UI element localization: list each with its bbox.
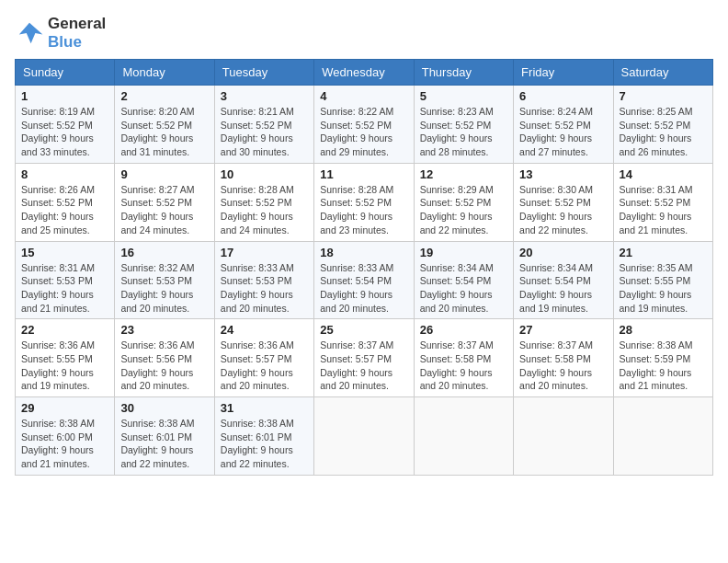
day-number: 20 — [519, 246, 607, 259]
week-row-5: 29 Sunrise: 8:38 AMSunset: 6:00 PMDaylig… — [16, 397, 713, 476]
calendar-cell: 11 Sunrise: 8:28 AMSunset: 5:52 PMDaylig… — [314, 163, 414, 241]
logo: General Blue — [15, 15, 106, 52]
day-detail: Sunrise: 8:27 AMSunset: 5:52 PMDaylight:… — [120, 184, 194, 236]
day-number: 16 — [120, 246, 208, 259]
day-detail: Sunrise: 8:38 AMSunset: 6:01 PMDaylight:… — [221, 418, 294, 469]
calendar-cell: 3 Sunrise: 8:21 AMSunset: 5:52 PMDayligh… — [214, 86, 313, 164]
calendar-cell: 19 Sunrise: 8:34 AMSunset: 5:54 PMDaylig… — [414, 241, 513, 319]
day-detail: Sunrise: 8:38 AMSunset: 6:00 PMDaylight:… — [21, 418, 95, 469]
weekday-header-wednesday: Wednesday — [314, 60, 414, 86]
day-number: 17 — [221, 246, 308, 259]
calendar-cell: 2 Sunrise: 8:20 AMSunset: 5:52 PMDayligh… — [115, 86, 214, 164]
day-detail: Sunrise: 8:37 AMSunset: 5:58 PMDaylight:… — [519, 339, 593, 391]
day-detail: Sunrise: 8:34 AMSunset: 5:54 PMDaylight:… — [519, 262, 593, 314]
calendar-cell: 6 Sunrise: 8:24 AMSunset: 5:52 PMDayligh… — [514, 86, 613, 164]
day-number: 3 — [221, 89, 308, 103]
day-detail: Sunrise: 8:29 AMSunset: 5:52 PMDaylight:… — [420, 184, 494, 236]
day-detail: Sunrise: 8:24 AMSunset: 5:52 PMDaylight:… — [519, 106, 593, 157]
calendar-cell — [514, 397, 613, 476]
svg-marker-0 — [19, 23, 43, 43]
day-number: 7 — [620, 89, 707, 103]
calendar-cell: 22 Sunrise: 8:36 AMSunset: 5:55 PMDaylig… — [16, 319, 115, 397]
calendar-cell: 21 Sunrise: 8:35 AMSunset: 5:55 PMDaylig… — [613, 241, 712, 319]
day-detail: Sunrise: 8:25 AMSunset: 5:52 PMDaylight:… — [620, 106, 693, 157]
day-detail: Sunrise: 8:21 AMSunset: 5:52 PMDaylight:… — [221, 106, 294, 157]
day-number: 12 — [420, 167, 507, 181]
day-detail: Sunrise: 8:28 AMSunset: 5:52 PMDaylight:… — [221, 184, 294, 236]
calendar-cell: 12 Sunrise: 8:29 AMSunset: 5:52 PMDaylig… — [414, 163, 513, 241]
calendar-cell: 17 Sunrise: 8:33 AMSunset: 5:53 PMDaylig… — [214, 241, 313, 319]
day-detail: Sunrise: 8:33 AMSunset: 5:53 PMDaylight:… — [221, 262, 294, 314]
weekday-header-monday: Monday — [115, 60, 214, 86]
week-row-3: 15 Sunrise: 8:31 AMSunset: 5:53 PMDaylig… — [16, 241, 713, 319]
calendar-cell: 26 Sunrise: 8:37 AMSunset: 5:58 PMDaylig… — [414, 319, 513, 397]
calendar-cell: 16 Sunrise: 8:32 AMSunset: 5:53 PMDaylig… — [115, 241, 214, 319]
day-detail: Sunrise: 8:19 AMSunset: 5:52 PMDaylight:… — [21, 106, 95, 157]
day-number: 6 — [519, 89, 607, 103]
day-number: 9 — [120, 167, 208, 181]
day-detail: Sunrise: 8:36 AMSunset: 5:56 PMDaylight:… — [120, 339, 194, 391]
day-number: 26 — [420, 323, 507, 337]
day-detail: Sunrise: 8:20 AMSunset: 5:52 PMDaylight:… — [120, 106, 194, 157]
day-number: 28 — [620, 323, 707, 337]
calendar-cell: 14 Sunrise: 8:31 AMSunset: 5:52 PMDaylig… — [613, 163, 712, 241]
day-number: 19 — [420, 246, 507, 259]
day-number: 5 — [420, 89, 507, 103]
day-number: 13 — [519, 167, 607, 181]
calendar-cell: 24 Sunrise: 8:36 AMSunset: 5:57 PMDaylig… — [214, 319, 313, 397]
day-number: 14 — [620, 167, 707, 181]
day-detail: Sunrise: 8:31 AMSunset: 5:53 PMDaylight:… — [21, 262, 95, 314]
weekday-header-tuesday: Tuesday — [214, 60, 313, 86]
day-detail: Sunrise: 8:38 AMSunset: 5:59 PMDaylight:… — [620, 339, 693, 391]
calendar-cell — [414, 397, 513, 476]
day-detail: Sunrise: 8:30 AMSunset: 5:52 PMDaylight:… — [519, 184, 593, 236]
calendar-cell: 27 Sunrise: 8:37 AMSunset: 5:58 PMDaylig… — [514, 319, 613, 397]
calendar-cell: 7 Sunrise: 8:25 AMSunset: 5:52 PMDayligh… — [613, 86, 712, 164]
calendar-cell: 28 Sunrise: 8:38 AMSunset: 5:59 PMDaylig… — [613, 319, 712, 397]
calendar-cell — [314, 397, 414, 476]
weekday-header-sunday: Sunday — [16, 60, 115, 86]
day-number: 23 — [120, 323, 208, 337]
day-number: 27 — [519, 323, 607, 337]
calendar-cell: 30 Sunrise: 8:38 AMSunset: 6:01 PMDaylig… — [115, 397, 214, 476]
week-row-2: 8 Sunrise: 8:26 AMSunset: 5:52 PMDayligh… — [16, 163, 713, 241]
week-row-1: 1 Sunrise: 8:19 AMSunset: 5:52 PMDayligh… — [16, 86, 713, 164]
day-number: 10 — [221, 167, 308, 181]
calendar-cell: 4 Sunrise: 8:22 AMSunset: 5:52 PMDayligh… — [314, 86, 414, 164]
day-number: 22 — [21, 323, 108, 337]
day-detail: Sunrise: 8:37 AMSunset: 5:57 PMDaylight:… — [320, 339, 393, 391]
calendar-cell: 13 Sunrise: 8:30 AMSunset: 5:52 PMDaylig… — [514, 163, 613, 241]
day-detail: Sunrise: 8:33 AMSunset: 5:54 PMDaylight:… — [320, 262, 393, 314]
calendar-cell: 25 Sunrise: 8:37 AMSunset: 5:57 PMDaylig… — [314, 319, 414, 397]
calendar-cell: 23 Sunrise: 8:36 AMSunset: 5:56 PMDaylig… — [115, 319, 214, 397]
day-number: 18 — [320, 246, 407, 259]
calendar-cell: 10 Sunrise: 8:28 AMSunset: 5:52 PMDaylig… — [214, 163, 313, 241]
day-detail: Sunrise: 8:23 AMSunset: 5:52 PMDaylight:… — [420, 106, 494, 157]
calendar-cell — [613, 397, 712, 476]
weekday-header-row: SundayMondayTuesdayWednesdayThursdayFrid… — [16, 60, 713, 86]
day-detail: Sunrise: 8:37 AMSunset: 5:58 PMDaylight:… — [420, 339, 494, 391]
calendar-cell: 20 Sunrise: 8:34 AMSunset: 5:54 PMDaylig… — [514, 241, 613, 319]
header: General Blue — [15, 15, 713, 52]
day-number: 24 — [221, 323, 308, 337]
calendar-cell: 29 Sunrise: 8:38 AMSunset: 6:00 PMDaylig… — [16, 397, 115, 476]
logo-bird-icon — [15, 18, 44, 48]
day-detail: Sunrise: 8:22 AMSunset: 5:52 PMDaylight:… — [320, 106, 393, 157]
day-number: 2 — [120, 89, 208, 103]
calendar-cell: 9 Sunrise: 8:27 AMSunset: 5:52 PMDayligh… — [115, 163, 214, 241]
calendar-cell: 1 Sunrise: 8:19 AMSunset: 5:52 PMDayligh… — [16, 86, 115, 164]
day-detail: Sunrise: 8:28 AMSunset: 5:52 PMDaylight:… — [320, 184, 393, 236]
day-number: 1 — [21, 89, 108, 103]
day-detail: Sunrise: 8:34 AMSunset: 5:54 PMDaylight:… — [420, 262, 494, 314]
day-number: 8 — [21, 167, 108, 181]
week-row-4: 22 Sunrise: 8:36 AMSunset: 5:55 PMDaylig… — [16, 319, 713, 397]
day-number: 4 — [320, 89, 407, 103]
day-number: 25 — [320, 323, 407, 337]
day-number: 30 — [120, 401, 208, 415]
logo-text: General Blue — [48, 15, 106, 52]
calendar: SundayMondayTuesdayWednesdayThursdayFrid… — [15, 59, 713, 476]
weekday-header-saturday: Saturday — [613, 60, 712, 86]
day-detail: Sunrise: 8:36 AMSunset: 5:57 PMDaylight:… — [221, 339, 294, 391]
weekday-header-thursday: Thursday — [414, 60, 513, 86]
day-number: 31 — [221, 401, 308, 415]
